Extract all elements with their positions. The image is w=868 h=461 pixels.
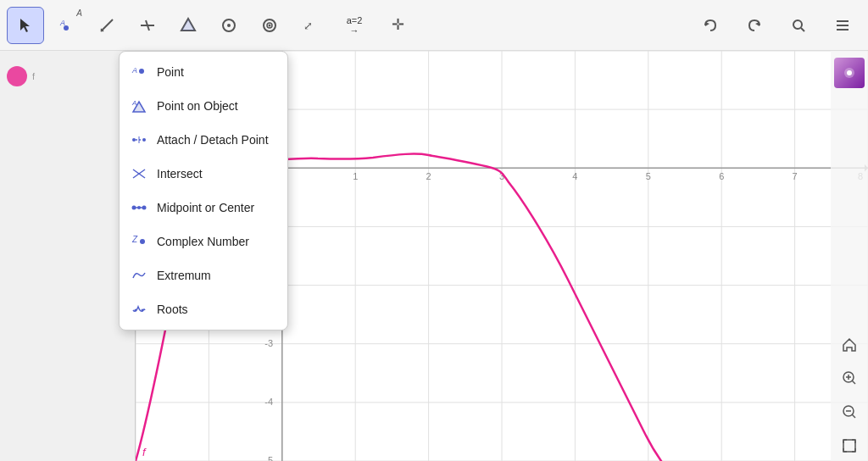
midpoint-icon — [130, 198, 148, 217]
svg-text:Z: Z — [131, 235, 138, 244]
undo-button[interactable] — [692, 7, 729, 44]
redo-button[interactable] — [736, 7, 773, 44]
svg-point-9 — [227, 24, 231, 27]
move-tool[interactable]: ✛ — [380, 7, 417, 44]
svg-text:A: A — [131, 99, 136, 107]
menu-item-attach-detach[interactable]: Attach / Detach Point — [120, 123, 287, 157]
point-on-object-label: Point on Object — [157, 99, 238, 113]
svg-text:A: A — [59, 19, 65, 27]
circle-tool[interactable] — [210, 7, 248, 44]
svg-point-37 — [140, 239, 145, 244]
svg-point-32 — [132, 206, 136, 210]
right-sidebar — [831, 51, 868, 461]
point-tool[interactable]: A A — [47, 7, 85, 44]
left-panel: f — [0, 51, 136, 461]
svg-text:7: 7 — [793, 171, 798, 181]
complex-icon: Z — [130, 232, 148, 251]
style-panel-button[interactable] — [834, 58, 865, 88]
svg-point-35 — [137, 206, 141, 209]
hamburger-menu[interactable] — [824, 7, 861, 44]
svg-text:2: 2 — [426, 171, 431, 181]
svg-line-87 — [852, 380, 855, 384]
dropdown-menu: A Point A Point on Object Attach / Detac… — [119, 51, 288, 330]
zoom-out-button[interactable] — [834, 397, 865, 427]
svg-text:5: 5 — [646, 171, 651, 181]
menu-item-complex[interactable]: Z Complex Number — [120, 225, 287, 258]
select-tool[interactable] — [7, 7, 44, 44]
svg-point-26 — [132, 138, 136, 142]
complex-label: Complex Number — [157, 235, 249, 248]
svg-point-23 — [139, 69, 144, 74]
intersect-icon — [130, 164, 148, 183]
measure-tool[interactable]: a=2→ — [332, 7, 376, 44]
roots-icon — [130, 300, 148, 319]
fullscreen-button[interactable] — [834, 430, 865, 461]
search-button[interactable] — [780, 7, 817, 44]
svg-marker-15 — [705, 22, 709, 26]
menu-item-extremum[interactable]: Extremum — [120, 258, 287, 292]
extremum-icon — [130, 266, 148, 285]
pen-tool[interactable] — [88, 7, 125, 44]
menu-item-point-on-object[interactable]: A Point on Object — [120, 89, 287, 123]
svg-text:-5: -5 — [264, 455, 273, 461]
svg-text:A: A — [131, 66, 137, 75]
menu-item-intersect[interactable]: Intersect — [120, 157, 287, 191]
svg-text:✛: ✛ — [392, 17, 404, 33]
menu-item-roots[interactable]: Roots — [120, 292, 287, 326]
menu-item-point[interactable]: A Point — [120, 55, 287, 89]
polygon-tool[interactable] — [170, 7, 207, 44]
svg-text:-4: -4 — [264, 397, 273, 407]
svg-line-18 — [801, 28, 804, 31]
svg-text:1: 1 — [353, 171, 358, 181]
svg-point-12 — [269, 24, 271, 26]
svg-point-28 — [142, 138, 146, 142]
attach-detach-icon — [130, 131, 148, 149]
svg-text:-3: -3 — [264, 338, 273, 348]
menu-item-midpoint[interactable]: Midpoint or Center — [120, 191, 287, 225]
zoom-in-button[interactable] — [834, 363, 865, 393]
svg-marker-7 — [181, 19, 195, 31]
svg-line-90 — [852, 414, 855, 418]
svg-text:4: 4 — [572, 171, 577, 181]
svg-point-83 — [847, 70, 852, 75]
svg-point-17 — [793, 20, 802, 29]
home-button[interactable] — [834, 329, 865, 359]
toolbar: A A ⤢ a=2→ ✛ — [0, 0, 868, 51]
svg-text:⤢: ⤢ — [303, 19, 313, 32]
line-tool[interactable] — [129, 7, 166, 44]
svg-point-38 — [135, 309, 137, 312]
point-label: Point — [157, 65, 184, 79]
svg-point-39 — [142, 309, 144, 312]
toolbar-right — [692, 7, 861, 44]
svg-marker-16 — [755, 22, 760, 26]
svg-rect-91 — [843, 440, 855, 452]
point-menu-icon: A — [130, 63, 148, 81]
conic-tool[interactable] — [251, 7, 288, 44]
svg-point-34 — [142, 206, 147, 210]
roots-label: Roots — [157, 303, 188, 316]
point-on-object-icon: A — [130, 97, 148, 115]
svg-text:6: 6 — [719, 171, 724, 181]
transform-tool[interactable]: ⤢ — [292, 7, 329, 44]
svg-line-2 — [101, 19, 113, 31]
extremum-label: Extremum — [157, 269, 211, 282]
midpoint-label: Midpoint or Center — [157, 201, 254, 214]
intersect-label: Intersect — [157, 167, 203, 181]
attach-detach-label: Attach / Detach Point — [157, 133, 269, 147]
